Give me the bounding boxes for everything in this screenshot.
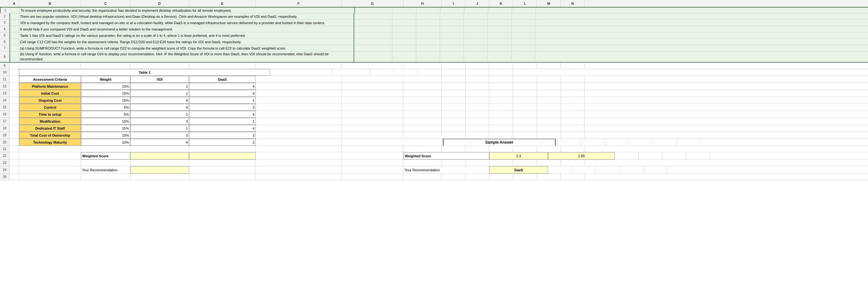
cell-l14 bbox=[513, 97, 537, 104]
cell-c17: 10% bbox=[81, 118, 130, 125]
cell-f14 bbox=[256, 97, 342, 104]
cell-e22-daas-ws[interactable] bbox=[189, 152, 256, 160]
cell-d23 bbox=[130, 160, 189, 166]
cell-b14: Ongoing Cost bbox=[19, 97, 81, 104]
vdi-3: 4 bbox=[186, 98, 188, 102]
cell-e11-daas: DaaS bbox=[189, 76, 256, 83]
row-15: 15 Control 5% 4 2 bbox=[0, 104, 868, 111]
cell-e15: 2 bbox=[189, 104, 256, 110]
row-num-5: 5 bbox=[0, 32, 9, 38]
cell-g16 bbox=[342, 111, 403, 118]
cell-k17 bbox=[489, 118, 513, 125]
cell-i19 bbox=[442, 132, 465, 138]
cell-a21 bbox=[9, 146, 19, 152]
row-num-11: 11 bbox=[0, 76, 9, 83]
cell-j6 bbox=[416, 39, 440, 45]
vdi-5: 1 bbox=[186, 113, 188, 116]
cell-d16: 1 bbox=[130, 111, 189, 118]
cell-e19: 3 bbox=[189, 132, 256, 138]
cell-a11 bbox=[9, 76, 19, 83]
row-4: 4 It would help if you compared VDI and … bbox=[0, 26, 868, 32]
cell-i3 bbox=[392, 20, 416, 26]
cell-l1 bbox=[465, 8, 488, 13]
row2-text: There are two popular solutions. VDI (Vi… bbox=[20, 14, 298, 19]
cell-b9 bbox=[19, 63, 81, 69]
cell-c25 bbox=[81, 174, 130, 180]
cell-c19: 10% bbox=[81, 132, 130, 138]
cell-n15 bbox=[561, 104, 585, 110]
cell-j11 bbox=[465, 76, 489, 83]
vdi-8: 3 bbox=[186, 133, 188, 137]
cell-i2 bbox=[392, 13, 416, 20]
cell-k1 bbox=[441, 8, 465, 13]
row-num-2: 2 bbox=[0, 13, 9, 20]
row-2: 2 There are two popular solutions. VDI (… bbox=[0, 13, 868, 20]
cell-g19 bbox=[342, 132, 403, 138]
weight-2: 15% bbox=[122, 92, 129, 95]
cell-l10 bbox=[442, 69, 465, 76]
cell-i18 bbox=[442, 125, 465, 132]
your-recommendation-label-left: Your Recommendation bbox=[82, 168, 118, 172]
cell-k4 bbox=[440, 26, 464, 32]
cell-h18 bbox=[403, 125, 442, 132]
cell-c21 bbox=[81, 146, 130, 152]
row-17: 17 Modification 10% 3 1 bbox=[0, 118, 868, 125]
cell-g20-sample-answer: Sample Answer bbox=[342, 139, 558, 146]
cell-n8 bbox=[512, 52, 535, 62]
vdi-weighted-score-value: 2.3 bbox=[516, 154, 521, 158]
cell-a6 bbox=[9, 39, 19, 45]
cell-j19 bbox=[465, 132, 489, 138]
daas-6: 1 bbox=[253, 120, 254, 123]
cell-d22-vdi-ws[interactable] bbox=[130, 152, 189, 160]
cell-b2-merged: There are two popular solutions. VDI (Vi… bbox=[19, 13, 354, 20]
col-header-k: K bbox=[489, 0, 513, 7]
cell-a10 bbox=[9, 69, 19, 76]
cell-b25 bbox=[19, 174, 81, 180]
cell-j10 bbox=[394, 69, 418, 76]
cell-m15 bbox=[537, 104, 561, 110]
row-13: 13 Initial Cost 15% 1 4 bbox=[0, 90, 868, 97]
row-12: 12 Platform Maintenance 15% 1 4 bbox=[0, 83, 868, 90]
cell-k15 bbox=[489, 104, 513, 110]
cell-e25 bbox=[189, 174, 256, 180]
cell-b21 bbox=[19, 146, 81, 152]
cell-k24 bbox=[572, 166, 596, 173]
cell-j7 bbox=[416, 45, 440, 51]
cell-n13 bbox=[561, 90, 585, 97]
cell-k8 bbox=[440, 52, 464, 62]
col-header-l: L bbox=[513, 0, 537, 7]
cell-n9 bbox=[561, 63, 585, 69]
cell-g14 bbox=[342, 97, 403, 104]
cell-l9 bbox=[513, 63, 537, 69]
cell-l7 bbox=[464, 45, 488, 51]
cell-a9 bbox=[9, 63, 19, 69]
cell-a3 bbox=[9, 20, 19, 26]
weight-1: 15% bbox=[122, 85, 129, 88]
col-header-b: B bbox=[19, 0, 81, 7]
your-recommendation-label-right: Your Recommendation bbox=[404, 168, 440, 172]
criteria-7: Dedicated IT Staff bbox=[35, 126, 65, 130]
row-num-1: 1 bbox=[1, 8, 10, 13]
cell-h9 bbox=[403, 63, 442, 69]
cell-e13: 4 bbox=[189, 90, 256, 97]
cell-c14: 15% bbox=[81, 97, 130, 104]
cell-c11-weight: Weight bbox=[81, 76, 130, 83]
cell-b18: Dedicated IT Staff bbox=[19, 125, 81, 132]
cell-j2 bbox=[416, 13, 440, 20]
corner-cell bbox=[0, 0, 9, 7]
cell-a19 bbox=[9, 132, 19, 138]
sample-answer-label: Sample Answer bbox=[485, 140, 514, 145]
cell-d24-recommendation[interactable] bbox=[130, 166, 189, 173]
cell-n1 bbox=[512, 8, 536, 13]
weight-8: 10% bbox=[122, 133, 129, 137]
cell-b15: Control bbox=[19, 104, 81, 110]
cell-d19: 3 bbox=[130, 132, 189, 138]
cell-l13 bbox=[513, 90, 537, 97]
criteria-4: Control bbox=[44, 105, 56, 109]
cell-f23 bbox=[256, 160, 342, 166]
daas-2: 4 bbox=[253, 92, 254, 95]
cell-i12 bbox=[442, 83, 465, 90]
cell-h3 bbox=[354, 20, 392, 26]
cell-m10 bbox=[465, 69, 489, 76]
cell-n5 bbox=[512, 32, 535, 38]
